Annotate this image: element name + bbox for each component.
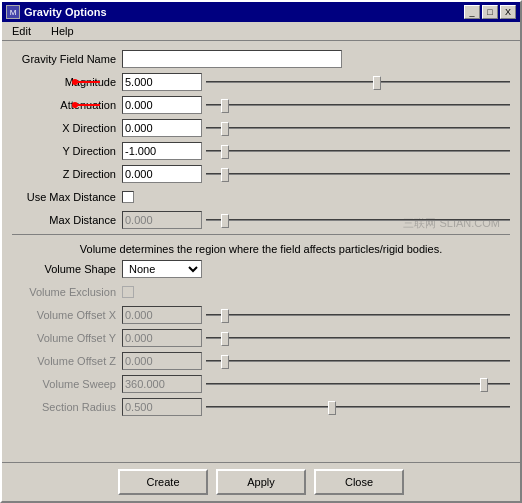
use-max-distance-row: Use Max Distance (12, 187, 510, 207)
max-distance-slider[interactable] (206, 213, 510, 227)
volume-sweep-slider[interactable] (206, 377, 510, 391)
title-bar: M Gravity Options _ □ X (2, 2, 520, 22)
x-direction-input[interactable] (122, 119, 202, 137)
volume-offset-z-row: Volume Offset Z (12, 351, 510, 371)
volume-offset-y-input[interactable] (122, 329, 202, 347)
magnitude-label: Magnitude (12, 76, 122, 88)
menu-bar: Edit Help (2, 22, 520, 41)
menu-edit[interactable]: Edit (6, 24, 37, 38)
y-direction-row: Y Direction (12, 141, 510, 161)
section-radius-row: Section Radius (12, 397, 510, 417)
attenuation-label: Attenuation (12, 99, 122, 111)
volume-info-text: Volume determines the region where the f… (12, 239, 510, 259)
attenuation-row: Attenuation (12, 95, 510, 115)
attenuation-input[interactable] (122, 96, 202, 114)
window-title: Gravity Options (24, 6, 107, 18)
use-max-distance-label: Use Max Distance (12, 191, 122, 203)
volume-offset-y-label: Volume Offset Y (12, 332, 122, 344)
title-bar-left: M Gravity Options (6, 5, 107, 19)
minimize-button[interactable]: _ (464, 5, 480, 19)
volume-offset-x-slider[interactable] (206, 308, 510, 322)
volume-shape-select[interactable]: None Cube Sphere Cylinder Cone (122, 260, 202, 278)
volume-shape-label: Volume Shape (12, 263, 122, 275)
magnitude-slider[interactable] (206, 75, 510, 89)
max-distance-label: Max Distance (12, 214, 122, 226)
y-direction-label: Y Direction (12, 145, 122, 157)
magnitude-input[interactable] (122, 73, 202, 91)
window-icon: M (6, 5, 20, 19)
volume-sweep-label: Volume Sweep (12, 378, 122, 390)
volume-shape-row: Volume Shape None Cube Sphere Cylinder C… (12, 259, 510, 279)
section-radius-input[interactable] (122, 398, 202, 416)
y-direction-slider[interactable] (206, 144, 510, 158)
volume-offset-y-row: Volume Offset Y (12, 328, 510, 348)
gravity-options-window: M Gravity Options _ □ X Edit Help 三联网 SL… (0, 0, 522, 503)
z-direction-slider[interactable] (206, 167, 510, 181)
attenuation-slider[interactable] (206, 98, 510, 112)
volume-exclusion-label: Volume Exclusion (12, 286, 122, 298)
gravity-field-name-row: Gravity Field Name (12, 49, 510, 69)
section-divider-1 (12, 234, 510, 235)
volume-exclusion-checkbox[interactable] (122, 286, 134, 298)
section-radius-slider[interactable] (206, 400, 510, 414)
volume-offset-x-row: Volume Offset X (12, 305, 510, 325)
gravity-field-name-input[interactable] (122, 50, 342, 68)
volume-sweep-row: Volume Sweep (12, 374, 510, 394)
maximize-button[interactable]: □ (482, 5, 498, 19)
x-direction-row: X Direction (12, 118, 510, 138)
bottom-bar: Create Apply Close (2, 462, 520, 501)
volume-offset-z-input[interactable] (122, 352, 202, 370)
volume-offset-z-label: Volume Offset Z (12, 355, 122, 367)
volume-offset-x-label: Volume Offset X (12, 309, 122, 321)
volume-offset-y-slider[interactable] (206, 331, 510, 345)
volume-sweep-input[interactable] (122, 375, 202, 393)
z-direction-row: Z Direction (12, 164, 510, 184)
y-direction-input[interactable] (122, 142, 202, 160)
form-content: 三联网 SLIAN.COM Gravity Field Name Magnitu… (2, 41, 520, 462)
x-direction-slider[interactable] (206, 121, 510, 135)
volume-offset-x-input[interactable] (122, 306, 202, 324)
z-direction-input[interactable] (122, 165, 202, 183)
use-max-distance-checkbox[interactable] (122, 191, 134, 203)
menu-help[interactable]: Help (45, 24, 80, 38)
close-button-bottom[interactable]: Close (314, 469, 404, 495)
create-button[interactable]: Create (118, 469, 208, 495)
max-distance-row: Max Distance (12, 210, 510, 230)
max-distance-input[interactable] (122, 211, 202, 229)
title-buttons: _ □ X (464, 5, 516, 19)
close-button[interactable]: X (500, 5, 516, 19)
volume-offset-z-slider[interactable] (206, 354, 510, 368)
z-direction-label: Z Direction (12, 168, 122, 180)
gravity-field-name-label: Gravity Field Name (12, 53, 122, 65)
apply-button[interactable]: Apply (216, 469, 306, 495)
magnitude-row: Magnitude (12, 72, 510, 92)
section-radius-label: Section Radius (12, 401, 122, 413)
volume-exclusion-row: Volume Exclusion (12, 282, 510, 302)
x-direction-label: X Direction (12, 122, 122, 134)
